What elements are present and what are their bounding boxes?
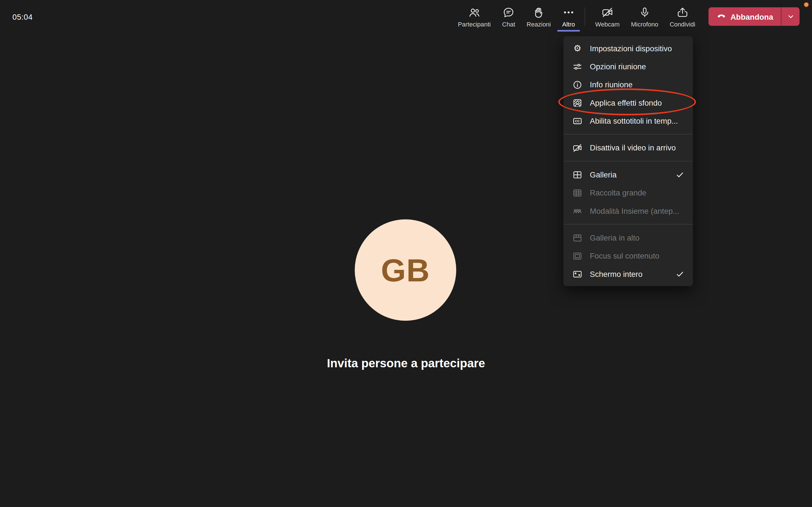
leave-options-dropdown[interactable] — [781, 7, 800, 26]
people-icon — [468, 5, 480, 19]
meeting-options-sliders-icon — [572, 61, 583, 72]
meeting-toolbar: Partecipanti Chat — [452, 0, 800, 33]
menu-item-device-settings[interactable]: ⚙ Impostazioni dispositivo — [563, 40, 693, 57]
menu-item-live-captions[interactable]: CC Abilita sottotitoli in temp... — [563, 112, 693, 130]
background-effects-icon — [572, 98, 583, 108]
large-gallery-grid-icon — [572, 187, 583, 198]
menu-item-content-focus: Focus sul contenuto — [563, 247, 693, 265]
menu-item-label: Applica effetti sfondo — [590, 98, 684, 107]
check-icon — [675, 170, 684, 179]
menu-item-label: Focus sul contenuto — [590, 251, 684, 260]
reactions-hand-icon — [532, 5, 545, 19]
menu-item-together-mode: Modalità Insieme (antep... — [563, 202, 693, 220]
meeting-timer: 05:04 — [12, 0, 33, 33]
toolbar-share-label: Condividi — [670, 20, 695, 28]
menu-item-label: Modalità Insieme (antep... — [590, 207, 684, 215]
closed-captions-icon: CC — [572, 116, 583, 126]
toolbar-participants-button[interactable]: Partecipanti — [452, 0, 497, 33]
invite-people-text: Invita persone a partecipare — [0, 356, 812, 371]
toolbar-webcam-label: Webcam — [595, 20, 620, 28]
menu-item-label: Disattiva il video in arrivo — [590, 144, 684, 152]
toolbar-microphone-label: Microfono — [631, 20, 658, 28]
menu-item-label: Abilita sottotitoli in temp... — [590, 116, 684, 125]
chevron-down-icon — [786, 12, 795, 21]
toolbar-webcam-button[interactable]: Webcam — [590, 0, 625, 33]
toolbar-microphone-button[interactable]: Microfono — [625, 0, 664, 33]
avatar-initials: GB — [381, 252, 430, 288]
menu-item-top-gallery: Galleria in alto — [563, 229, 693, 247]
menu-item-large-gallery: Raccolta grande — [563, 184, 693, 202]
menu-item-label: Galleria in alto — [590, 233, 684, 242]
more-options-menu: ⚙ Impostazioni dispositivo Opzioni riuni… — [563, 36, 693, 286]
fullscreen-icon — [572, 269, 583, 279]
top-gallery-icon — [572, 233, 583, 243]
menu-item-apply-background-effects[interactable]: Applica effetti sfondo — [563, 94, 693, 112]
settings-gear-icon: ⚙ — [572, 44, 583, 53]
meeting-topbar: 05:04 Partecipanti — [0, 0, 812, 33]
menu-item-label: Info riunione — [590, 80, 684, 89]
toolbar-more-button[interactable]: Altro — [557, 0, 581, 33]
content-focus-icon — [572, 251, 583, 261]
toolbar-more-label: Altro — [562, 20, 575, 28]
menu-item-label: Raccolta grande — [590, 188, 684, 197]
gallery-grid-icon — [572, 170, 583, 180]
menu-divider — [563, 134, 693, 135]
more-ellipsis-icon — [562, 5, 575, 19]
info-icon — [572, 79, 583, 90]
toolbar-reactions-label: Reazioni — [527, 20, 551, 28]
menu-item-gallery[interactable]: Galleria — [563, 166, 693, 184]
toolbar-reactions-button[interactable]: Reazioni — [521, 0, 557, 33]
meeting-window: 05:04 Partecipanti — [0, 0, 812, 507]
toolbar-participants-label: Partecipanti — [458, 20, 491, 28]
toolbar-chat-button[interactable]: Chat — [497, 0, 521, 33]
leave-button-label: Abbandona — [730, 12, 773, 21]
leave-button[interactable]: Abbandona — [708, 7, 781, 26]
svg-text:CC: CC — [575, 119, 580, 122]
toolbar-share-button[interactable]: Condividi — [664, 0, 701, 33]
menu-item-turn-off-incoming-video[interactable]: Disattiva il video in arrivo — [563, 138, 693, 157]
menu-item-full-screen[interactable]: Schermo intero — [563, 265, 693, 283]
webcam-off-icon — [601, 5, 613, 19]
menu-divider — [563, 224, 693, 224]
status-dot — [804, 3, 808, 7]
check-icon — [675, 269, 684, 279]
menu-item-meeting-options[interactable]: Opzioni riunione — [563, 57, 693, 75]
menu-divider — [563, 161, 693, 161]
toolbar-divider — [585, 7, 585, 26]
menu-item-label: Opzioni riunione — [590, 62, 684, 71]
participant-avatar: GB — [355, 219, 456, 321]
toolbar-chat-label: Chat — [502, 20, 515, 28]
menu-item-label: Galleria — [590, 170, 665, 179]
menu-item-meeting-info[interactable]: Info riunione — [563, 75, 693, 94]
menu-item-label: Impostazioni dispositivo — [590, 44, 684, 53]
share-screen-icon — [676, 5, 689, 19]
together-mode-icon — [572, 206, 583, 216]
leave-button-group: Abbandona — [708, 7, 800, 26]
active-tab-underline — [557, 30, 580, 32]
incoming-video-off-icon — [572, 143, 583, 153]
microphone-icon — [638, 5, 651, 19]
hangup-phone-icon — [716, 11, 726, 22]
chat-icon — [502, 5, 515, 19]
menu-item-label: Schermo intero — [590, 270, 665, 278]
